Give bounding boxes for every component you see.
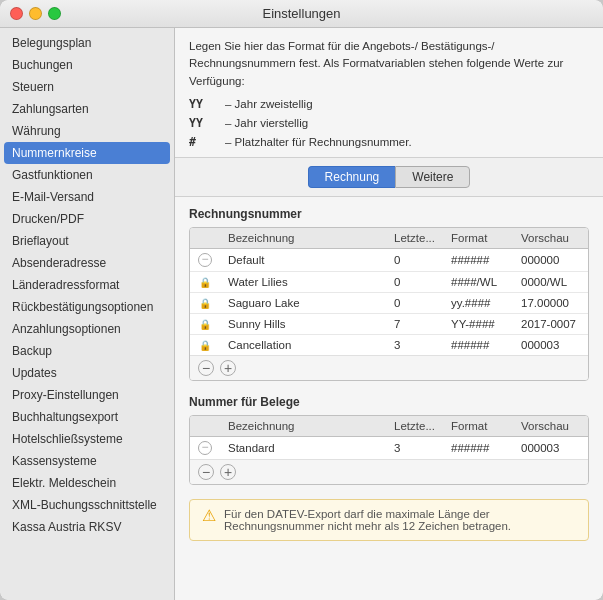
nummer-belege-table: Bezeichnung Letzte... Format Vorschau − … [190,416,588,459]
row-vorschau: 000000 [513,249,588,272]
sidebar-item-zahlungsarten[interactable]: Zahlungsarten [0,98,174,120]
row-format: ####/WL [443,272,513,293]
row-format: ###### [443,249,513,272]
var-yy-short: YY [189,96,219,113]
col-bezeichnung-header: Bezeichnung [220,228,386,249]
row-name: Sunny Hills [220,314,386,335]
col-icon-header-2 [190,416,220,437]
var-hash: # [189,134,219,151]
col-bezeichnung-header-2: Bezeichnung [220,416,386,437]
row-name: Water Lilies [220,272,386,293]
panel-content: Rechnungsnummer Bezeichnung Letzte... Fo… [175,197,603,600]
sidebar-item-proxy[interactable]: Proxy-Einstellungen [0,384,174,406]
nummer-belege-table-container: Bezeichnung Letzte... Format Vorschau − … [189,415,589,485]
lock-icon: 🔒 [199,277,211,288]
rechnungsnummer-add-btn[interactable]: + [220,360,236,376]
col-letzte-header: Letzte... [386,228,443,249]
table-row[interactable]: 🔒 Saguaro Lake 0 yy.#### 17.00000 [190,293,588,314]
tab-bar: Rechnung Weitere [175,158,603,197]
col-vorschau-header-2: Vorschau [513,416,588,437]
sidebar-item-buchhaltungsexport[interactable]: Buchhaltungsexport [0,406,174,428]
sidebar-item-nummernkreise[interactable]: Nummernkreise [4,142,170,164]
row-icon: 🔒 [190,314,220,335]
row-vorschau: 2017-0007 [513,314,588,335]
table-row[interactable]: − Standard 3 ###### 000003 [190,437,588,460]
warning-text: Für den DATEV-Export darf die maximale L… [224,508,576,532]
sidebar-item-kassa-austria[interactable]: Kassa Austria RKSV [0,516,174,538]
rechnungsnummer-table: Bezeichnung Letzte... Format Vorschau − … [190,228,588,355]
sidebar: BelegungsplanBuchungenSteuernZahlungsart… [0,28,175,600]
row-format: YY-#### [443,314,513,335]
sidebar-item-rueckbestaetigung[interactable]: Rückbestätigungsoptionen [0,296,174,318]
titlebar-buttons [10,7,61,20]
sidebar-item-email-versand[interactable]: E-Mail-Versand [0,186,174,208]
titlebar: Einstellungen [0,0,603,28]
row-icon: 🔒 [190,335,220,356]
rechnungsnummer-table-footer: − + [190,355,588,380]
row-icon: 🔒 [190,293,220,314]
belege-add-btn[interactable]: + [220,464,236,480]
tab-weitere[interactable]: Weitere [395,166,470,188]
row-vorschau: 0000/WL [513,272,588,293]
maximize-button[interactable] [48,7,61,20]
sidebar-item-gastfunktionen[interactable]: Gastfunktionen [0,164,174,186]
table-row[interactable]: 🔒 Water Lilies 0 ####/WL 0000/WL [190,272,588,293]
var-yy-long-desc: – Jahr vierstellig [225,115,589,132]
row-icon: − [190,437,220,460]
sidebar-item-anzahlungsoptionen[interactable]: Anzahlungsoptionen [0,318,174,340]
sidebar-item-laenderadressformat[interactable]: Länderadressformat [0,274,174,296]
row-letzte: 3 [386,437,443,460]
row-letzte: 7 [386,314,443,335]
table-row[interactable]: 🔒 Sunny Hills 7 YY-#### 2017-0007 [190,314,588,335]
row-vorschau: 17.00000 [513,293,588,314]
belege-remove-btn[interactable]: − [198,464,214,480]
sidebar-item-hotelschliesssysteme[interactable]: Hotelschließsysteme [0,428,174,450]
var-yy-short-desc: – Jahr zweistellig [225,96,589,113]
row-format: yy.#### [443,293,513,314]
close-button[interactable] [10,7,23,20]
row-icon: 🔒 [190,272,220,293]
row-vorschau: 000003 [513,437,588,460]
window: Einstellungen BelegungsplanBuchungenSteu… [0,0,603,600]
warning-box: ⚠ Für den DATEV-Export darf die maximale… [189,499,589,541]
sidebar-item-updates[interactable]: Updates [0,362,174,384]
table-row[interactable]: − Default 0 ###### 000000 [190,249,588,272]
sidebar-item-elektr-meldeschein[interactable]: Elektr. Meldeschein [0,472,174,494]
description-text: Legen Sie hier das Format für die Angebo… [189,38,589,90]
sidebar-item-waehrung[interactable]: Währung [0,120,174,142]
tab-rechnung[interactable]: Rechnung [308,166,396,188]
content: BelegungsplanBuchungenSteuernZahlungsart… [0,28,603,600]
sidebar-item-buchungen[interactable]: Buchungen [0,54,174,76]
nummer-belege-title: Nummer für Belege [189,395,589,409]
main-panel: Legen Sie hier das Format für die Angebo… [175,28,603,600]
sidebar-item-xml-buchungsschnittstelle[interactable]: XML-Buchungsschnittstelle [0,494,174,516]
table-row[interactable]: 🔒 Cancellation 3 ###### 000003 [190,335,588,356]
row-letzte: 0 [386,272,443,293]
rechnungsnummer-table-container: Bezeichnung Letzte... Format Vorschau − … [189,227,589,381]
belege-table-footer: − + [190,459,588,484]
var-yy-long: YY [189,115,219,132]
sidebar-item-steuern[interactable]: Steuern [0,76,174,98]
row-name: Cancellation [220,335,386,356]
sidebar-item-absenderadresse[interactable]: Absenderadresse [0,252,174,274]
row-icon: − [190,249,220,272]
sidebar-item-brieflayout[interactable]: Brieflayout [0,230,174,252]
row-letzte: 0 [386,249,443,272]
sidebar-item-backup[interactable]: Backup [0,340,174,362]
minimize-button[interactable] [29,7,42,20]
sidebar-item-belegungsplan[interactable]: Belegungsplan [0,32,174,54]
description-area: Legen Sie hier das Format für die Angebo… [175,28,603,158]
col-vorschau-header: Vorschau [513,228,588,249]
sidebar-item-drucken-pdf[interactable]: Drucken/PDF [0,208,174,230]
row-vorschau: 000003 [513,335,588,356]
lock-icon: 🔒 [199,298,211,309]
row-name: Default [220,249,386,272]
minus-icon: − [198,441,212,455]
sidebar-item-kassensysteme[interactable]: Kassensysteme [0,450,174,472]
row-format: ###### [443,437,513,460]
row-letzte: 0 [386,293,443,314]
lock-icon: 🔒 [199,319,211,330]
row-name: Standard [220,437,386,460]
rechnungsnummer-remove-btn[interactable]: − [198,360,214,376]
row-format: ###### [443,335,513,356]
